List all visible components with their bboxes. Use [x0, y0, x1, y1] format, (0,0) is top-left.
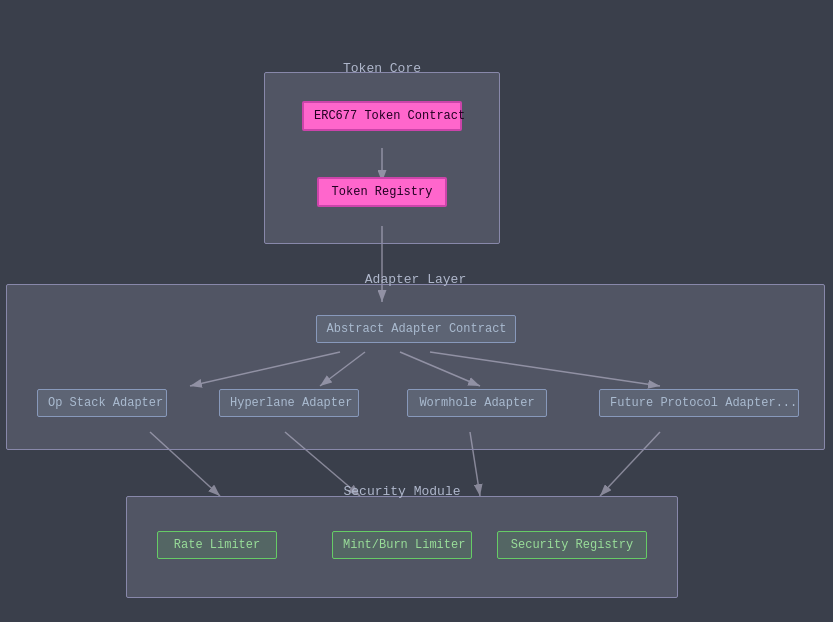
erc677-box: ERC677 Token Contract [302, 101, 462, 131]
adapter-layer-label: Adapter Layer [365, 272, 466, 287]
op-stack-adapter-box: Op Stack Adapter [37, 389, 167, 417]
adapter-layer-container: Adapter Layer Abstract Adapter Contract … [6, 284, 825, 450]
security-registry-box: Security Registry [497, 531, 647, 559]
security-module-label: Security Module [343, 484, 460, 499]
security-module-container: Security Module Rate Limiter Mint/Burn L… [126, 496, 678, 598]
rate-limiter-box: Rate Limiter [157, 531, 277, 559]
abstract-adapter-box: Abstract Adapter Contract [316, 315, 516, 343]
token-core-label: Token Core [343, 61, 421, 76]
hyperlane-adapter-box: Hyperlane Adapter [219, 389, 359, 417]
token-registry-box: Token Registry [317, 177, 447, 207]
future-protocol-adapter-box: Future Protocol Adapter... [599, 389, 799, 417]
wormhole-adapter-box: Wormhole Adapter [407, 389, 547, 417]
mint-burn-limiter-box: Mint/Burn Limiter [332, 531, 472, 559]
token-core-container: Token Core ERC677 Token Contract Token R… [264, 72, 500, 244]
